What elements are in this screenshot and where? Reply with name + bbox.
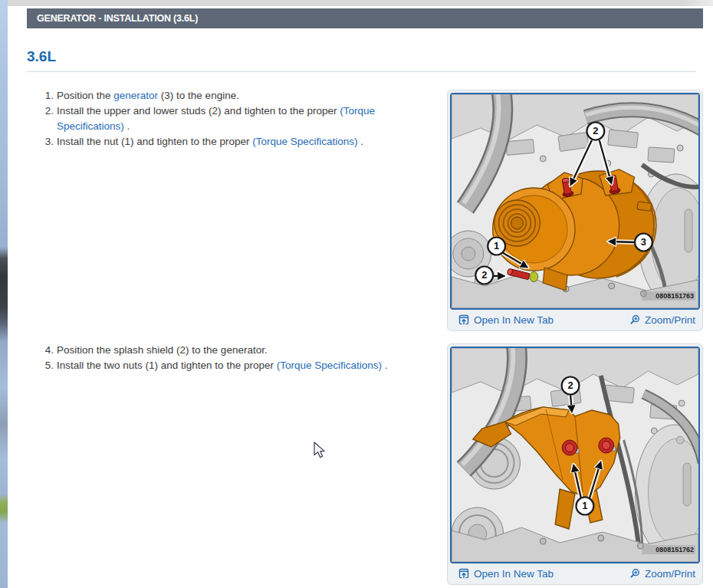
svg-text:1: 1 [582,500,587,511]
svg-text:3: 3 [641,236,646,248]
step-text-pre: Position the [57,90,113,101]
zoom-print-button[interactable]: Zoom/Print [629,314,695,326]
generator-illustration[interactable]: 2 1 2 3 0808151763 [450,93,700,310]
zoom-print-label: Zoom/Print [645,568,695,580]
step-text: Install the nut (1) and tighten to the p… [57,134,420,149]
step-text: Position the splash shield (2) to the ge… [57,343,420,358]
step-number: 2. [43,103,54,134]
step-text: Position the generator (3) to the engine… [57,88,420,103]
callout-1: 1 [488,238,505,255]
torque-specifications-link[interactable]: (Torque Specifications) [252,136,357,147]
step-text-pre: Install the two nuts (1) and tighten to … [57,360,277,371]
open-in-new-tab-button[interactable]: Open In New Tab [458,568,554,580]
step-text-pre: Position the splash shield (2) to the ge… [57,344,268,356]
step-text-pre: Install the nut (1) and tighten to the p… [57,136,252,147]
open-in-new-tab-icon [458,314,469,325]
step-number: 4. [43,343,54,358]
figure-watermark: 0808151762 [656,546,694,554]
torque-specifications-link[interactable]: (Torque Specifications) [277,360,382,371]
install-steps-4-5: 4. Position the splash shield (2) to the… [43,343,420,373]
procedure-header: GENERATOR - INSTALLATION (3.6L) [27,8,703,28]
open-in-new-tab-icon [458,568,469,579]
step-4: 4. Position the splash shield (2) to the… [43,343,420,358]
figure-generator-install: 2 1 2 3 0808151763 [447,90,703,331]
zoom-print-label: Zoom/Print [645,314,695,326]
figure-toolbar: Open In New Tab Zoom/Print [450,310,700,330]
step-number: 5. [43,358,54,373]
step-number: 1. [43,88,54,103]
svg-text:1: 1 [494,240,499,251]
svg-text:2: 2 [593,125,598,136]
procedure-title: GENERATOR - INSTALLATION (3.6L) [37,13,198,24]
step-text-pre: Install the upper and lower studs (2) an… [57,105,340,117]
top-window-strip [8,0,713,6]
step-text-post: (3) to the engine. [158,90,239,101]
zoom-print-button[interactable]: Zoom/Print [629,568,695,580]
zoom-print-icon [629,314,640,325]
step-1: 1. Position the generator (3) to the eng… [43,88,420,103]
callout-2: 2 [562,377,580,395]
figure-watermark: 0808151763 [656,292,694,300]
step-text-post: . [124,120,130,132]
callout-3: 3 [635,234,652,251]
figure-toolbar: Open In New Tab Zoom/Print [450,563,700,583]
step-text-post: . [358,136,364,147]
step-5: 5. Install the two nuts (1) and tighten … [43,358,420,373]
generator-link[interactable]: generator [113,90,158,101]
step-3: 3. Install the nut (1) and tighten to th… [43,134,420,149]
callout-2-side: 2 [475,267,493,284]
open-in-new-tab-label: Open In New Tab [474,568,554,580]
figure-splash-shield-install: 2 1 0808151762 Open In New Tab [447,343,703,585]
background-window-edge [0,0,8,588]
svg-text:2: 2 [567,379,573,391]
splash-shield-illustration[interactable]: 2 1 0808151762 [450,347,700,563]
svg-text:2: 2 [481,269,487,281]
step-2: 2. Install the upper and lower studs (2)… [43,103,420,134]
step-text: Install the upper and lower studs (2) an… [57,103,420,134]
callout-2-top: 2 [586,123,604,140]
install-steps-1-3: 1. Position the generator (3) to the eng… [43,88,420,149]
step-number: 3. [43,134,54,149]
open-in-new-tab-label: Open In New Tab [474,314,554,326]
zoom-print-icon [629,568,640,579]
engine-section-heading: 3.6L [27,48,696,72]
step-text-post: . [382,360,388,371]
open-in-new-tab-button[interactable]: Open In New Tab [458,314,554,326]
callout-1: 1 [576,498,593,515]
step-text: Install the two nuts (1) and tighten to … [57,358,420,373]
service-info-page: GENERATOR - INSTALLATION (3.6L) 3.6L 1. … [0,0,713,588]
mouse-cursor [313,442,328,460]
